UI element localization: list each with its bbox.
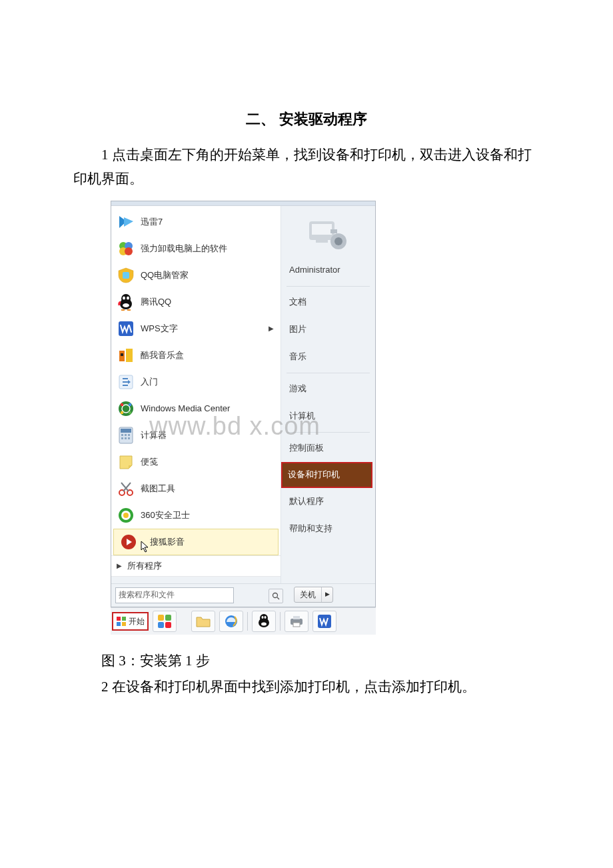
svg-rect-23	[125, 434, 127, 436]
program-qq-manager[interactable]: QQ电脑管家	[111, 262, 281, 289]
calculator-icon	[117, 426, 135, 445]
folder-icon	[195, 615, 211, 628]
program-getting-started[interactable]: 入门	[111, 369, 281, 395]
wmc-icon	[117, 399, 135, 418]
wps-icon	[317, 614, 332, 629]
program-sticky-notes[interactable]: 便笺	[111, 449, 281, 475]
screenshot-start-menu: www.bd x.com 迅雷7	[111, 201, 376, 635]
right-devices-printers-highlighted[interactable]: 设备和打印机	[281, 462, 372, 487]
svg-rect-39	[330, 229, 337, 233]
program-label: 入门	[141, 375, 277, 389]
program-label: 截图工具	[141, 481, 277, 496]
taskbar-tiles[interactable]	[153, 611, 177, 632]
svg-rect-57	[293, 616, 300, 619]
section-heading: 二、 安装驱动程序	[73, 107, 540, 131]
kuwo-icon	[117, 346, 135, 365]
svg-rect-58	[293, 623, 300, 627]
program-label: 便笺	[141, 455, 277, 469]
svg-rect-35	[312, 224, 332, 235]
right-music[interactable]: 音乐	[281, 343, 375, 371]
qq-manager-icon	[117, 266, 135, 285]
all-programs[interactable]: ▶ 所有程序	[111, 555, 281, 576]
svg-point-55	[261, 622, 267, 625]
taskbar-qq[interactable]	[252, 611, 276, 632]
scissors-icon	[117, 479, 135, 498]
right-documents[interactable]: 文档	[281, 289, 375, 316]
svg-point-8	[127, 296, 129, 299]
svg-rect-47	[165, 615, 171, 621]
program-kuwo[interactable]: 酷我音乐盒	[111, 342, 281, 369]
user-picture[interactable]	[306, 215, 351, 253]
svg-rect-22	[121, 434, 123, 436]
tiles-icon	[157, 614, 172, 629]
right-pictures[interactable]: 图片	[281, 316, 375, 343]
qq-icon	[257, 613, 271, 629]
svg-point-9	[123, 303, 129, 307]
start-label: 开始	[129, 615, 145, 628]
program-snipping-tool[interactable]: 截图工具	[111, 475, 281, 502]
program-label: 360安全卫士	[141, 508, 277, 523]
svg-rect-46	[158, 615, 164, 621]
svg-point-32	[123, 513, 129, 518]
program-label: 搜狐影音	[150, 535, 274, 549]
program-wps[interactable]: WPS文字 ▶	[111, 315, 281, 342]
right-control-panel[interactable]: 控制面板	[281, 435, 375, 462]
program-uninstall[interactable]: 强力卸载电脑上的软件	[111, 235, 281, 262]
right-default-programs[interactable]: 默认程序	[281, 488, 375, 515]
taskbar: 开始	[111, 607, 376, 635]
right-help-support[interactable]: 帮助和支持	[281, 515, 375, 543]
qq-icon	[117, 293, 135, 311]
svg-rect-49	[165, 622, 171, 628]
right-computer[interactable]: 计算机	[281, 403, 375, 430]
search-icon	[272, 592, 280, 600]
search-input[interactable]	[115, 587, 234, 603]
svg-line-41	[277, 597, 279, 599]
svg-point-3	[125, 247, 133, 255]
paragraph-1: 1 点击桌面左下角的开始菜单，找到设备和打印机，双击进入设备和打印机界面。	[73, 143, 540, 191]
svg-rect-48	[158, 622, 164, 628]
program-360[interactable]: 360安全卫士	[111, 502, 281, 529]
separator	[287, 432, 370, 433]
cursor-icon	[141, 541, 150, 553]
program-label: 酷我音乐盒	[141, 348, 277, 363]
chevron-right-icon[interactable]: ▶	[322, 589, 332, 599]
windows-logo-icon	[116, 616, 127, 627]
svg-rect-13	[121, 353, 123, 356]
svg-rect-42	[117, 617, 121, 621]
program-label: WPS文字	[141, 321, 269, 336]
taskbar-explorer[interactable]	[191, 611, 215, 632]
program-calculator[interactable]: 计算器	[111, 422, 281, 449]
svg-point-52	[260, 614, 268, 622]
search-button[interactable]	[269, 589, 283, 603]
ie-icon	[224, 614, 239, 629]
svg-rect-18	[121, 411, 123, 414]
svg-rect-36	[316, 240, 328, 243]
chevron-right-icon: ▶	[117, 560, 122, 571]
separator	[287, 286, 370, 287]
right-user[interactable]: Administrator	[281, 257, 375, 284]
program-sohu-highlighted[interactable]: 搜狐影音	[113, 529, 279, 555]
search-row	[111, 576, 281, 583]
start-menu-left-panel: 迅雷7 强力卸载电脑上的软件 QQ电	[111, 206, 281, 583]
program-xunlei[interactable]: 迅雷7	[111, 209, 281, 235]
program-wmc[interactable]: Windows Media Center	[111, 395, 281, 422]
arrow-right-icon	[117, 373, 135, 391]
taskbar-wps[interactable]	[312, 611, 336, 632]
svg-point-54	[265, 616, 267, 619]
svg-rect-24	[128, 434, 130, 436]
all-programs-label: 所有程序	[127, 559, 162, 573]
taskbar-printer[interactable]	[285, 611, 308, 632]
shutdown-button[interactable]: 关机 ▶	[294, 587, 333, 603]
start-button-highlighted[interactable]: 开始	[112, 612, 149, 631]
program-label: 腾讯QQ	[141, 295, 277, 309]
printer-icon	[289, 615, 305, 628]
start-menu-right-panel: Administrator 文档 图片 音乐 游戏 计算机 控制面板 设备和打印…	[281, 206, 375, 583]
taskbar-ie[interactable]	[219, 611, 243, 632]
program-qq[interactable]: 腾讯QQ	[111, 289, 281, 315]
program-label: 强力卸载电脑上的软件	[141, 241, 277, 256]
program-label: 迅雷7	[141, 215, 277, 229]
svg-point-53	[262, 616, 264, 619]
svg-rect-21	[121, 429, 131, 433]
program-label: Windows Media Center	[141, 401, 277, 416]
right-games[interactable]: 游戏	[281, 375, 375, 403]
